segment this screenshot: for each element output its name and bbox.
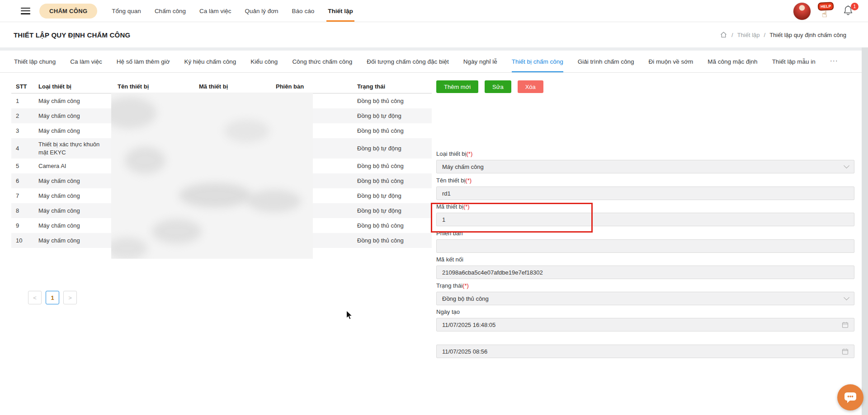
table-column-header: Phiên bản	[271, 80, 353, 93]
main-content-card: Thiết lập chungCa làm việcHệ số làm thêm…	[0, 51, 862, 415]
hamburger-menu-icon[interactable]	[21, 8, 30, 14]
add-button[interactable]: Thêm mới	[436, 80, 478, 93]
form-field-mã-thiết-bị: Mã thiết bị(*) 1	[436, 203, 854, 226]
calendar-icon[interactable]	[842, 322, 849, 328]
hand-pointer-icon: ☝	[822, 9, 827, 19]
form-actions: Thêm mới Sửa Xóa	[436, 80, 543, 93]
pagination-prev-button[interactable]: <	[28, 291, 42, 304]
nav-item-thiết-lập[interactable]: Thiết lập	[321, 0, 360, 22]
device-table: STTLoại thiết bịTên thiết bịMã thiết bịP…	[11, 80, 432, 248]
page-header: THIẾT LẬP QUY ĐỊNH CHẤM CÔNG / Thiết lập…	[0, 22, 868, 47]
navbar-right-cluster: HELP ☝ 1	[793, 0, 855, 22]
form-field-trạng-thái: Trạng thái(*) Đồng bộ thủ công	[436, 282, 854, 305]
settings-tabbar: Thiết lập chungCa làm việcHệ số làm thêm…	[0, 51, 862, 73]
edit-button[interactable]: Sửa	[485, 80, 511, 93]
form-input[interactable]: 11/07/2025 16:48:05	[436, 318, 854, 331]
app-page: CHẤM CÔNG Tổng quanChấm côngCa làm việcQ…	[0, 0, 868, 415]
form-input[interactable]: Đồng bộ thủ công	[436, 292, 854, 305]
app-module-badge[interactable]: CHẤM CÔNG	[39, 4, 97, 19]
form-input[interactable]: rd1	[436, 187, 854, 200]
form-field-mã-kết-nối: Mã kết nối 21098a6cba5c4e07afdbe19e7ef18…	[436, 256, 854, 279]
tab-thiết-lập-chung[interactable]: Thiết lập chung	[14, 51, 56, 72]
main-nav: Tổng quanChấm côngCa làm việcQuản lý đơn…	[105, 0, 359, 22]
chat-bubble-icon	[843, 391, 858, 404]
tab-đi-muộn-về-sớm[interactable]: Đi muộn về sớm	[648, 51, 693, 72]
page-title: THIẾT LẬP QUY ĐỊNH CHẤM CÔNG	[14, 31, 130, 39]
page-scrollbar[interactable]	[862, 22, 868, 415]
table-column-header: Tên thiết bị	[113, 80, 194, 93]
form-field-loại-thiết-bị: Loại thiết bị(*) Máy chấm công	[436, 150, 854, 173]
tab-ký-hiệu-chấm-công[interactable]: Ký hiệu chấm công	[184, 51, 236, 72]
table-column-header: STT	[11, 80, 34, 93]
tabs-overflow-button[interactable]: ···	[830, 56, 838, 67]
tab-đối-tượng-chấm-công-đặc-biệt[interactable]: Đối tượng chấm công đặc biệt	[367, 51, 449, 72]
user-avatar[interactable]	[793, 2, 811, 20]
form-field-date-2: 11/07/2025 08:56	[436, 335, 854, 358]
tab-công-thức-chấm-công[interactable]: Công thức chấm công	[292, 51, 352, 72]
breadcrumb-parent[interactable]: Thiết lập	[737, 32, 760, 38]
pagination-next-button[interactable]: >	[63, 291, 77, 304]
table-header-row: STTLoại thiết bịTên thiết bịMã thiết bịP…	[11, 80, 432, 93]
nav-item-báo-cáo[interactable]: Báo cáo	[285, 0, 321, 22]
table-column-header: Trạng thái	[353, 80, 432, 93]
table-column-header: Loại thiết bị	[34, 80, 113, 93]
breadcrumb: / Thiết lập / Thiết lập quy định chấm cô…	[720, 31, 846, 38]
table-column-header: Mã thiết bị	[194, 80, 271, 93]
home-icon[interactable]	[720, 31, 727, 38]
nav-item-quản-lý-đơn[interactable]: Quản lý đơn	[238, 0, 285, 22]
form-input[interactable]	[436, 239, 854, 253]
form-field-phiên-bản: Phiên bản	[436, 230, 854, 253]
nav-item-tổng-quan[interactable]: Tổng quan	[105, 0, 148, 22]
tab-giải-trình-chấm-công[interactable]: Giải trình chấm công	[578, 51, 634, 72]
chevron-down-icon	[844, 294, 849, 300]
nav-item-chấm-công[interactable]: Chấm công	[148, 0, 193, 22]
pagination: < 1 >	[28, 291, 77, 304]
tab-thiết-lập-mẫu-in[interactable]: Thiết lập mẫu in	[772, 51, 816, 72]
form-field-tên-thiết-bị: Tên thiết bị(*) rd1	[436, 177, 854, 200]
tab-mã-công-mặc-định[interactable]: Mã công mặc định	[708, 51, 757, 72]
delete-button[interactable]: Xóa	[518, 80, 543, 93]
top-navbar: CHẤM CÔNG Tổng quanChấm côngCa làm việcQ…	[0, 0, 868, 22]
form-field-ngày-tạo: Ngày tạo 11/07/2025 16:48:05	[436, 308, 854, 331]
tab-ngày-nghỉ-lễ[interactable]: Ngày nghỉ lễ	[463, 51, 497, 72]
calendar-icon[interactable]	[842, 348, 849, 355]
notification-count-badge: 1	[851, 3, 859, 10]
pagination-page-1[interactable]: 1	[46, 291, 59, 304]
chevron-down-icon	[844, 163, 849, 168]
form-input[interactable]: 1	[436, 213, 854, 226]
breadcrumb-current: Thiết lập quy định chấm công	[769, 32, 846, 38]
help-icon[interactable]: HELP ☝	[817, 2, 836, 21]
form-input[interactable]: Máy chấm công	[436, 160, 854, 173]
chat-support-button[interactable]	[837, 384, 863, 410]
tab-hệ-số-làm-thêm-giờ[interactable]: Hệ số làm thêm giờ	[117, 51, 170, 72]
tab-kiểu-công[interactable]: Kiểu công	[250, 51, 278, 72]
breadcrumb-separator: /	[731, 32, 733, 38]
breadcrumb-separator: /	[764, 32, 766, 38]
tab-thiết-bị-chấm-công[interactable]: Thiết bị chấm công	[512, 51, 563, 72]
notification-bell-icon[interactable]: 1	[843, 5, 855, 18]
form-input[interactable]: 21098a6cba5c4e07afdbe19e7ef18302	[436, 266, 854, 279]
tab-ca-làm-việc[interactable]: Ca làm việc	[70, 51, 102, 72]
form-input[interactable]: 11/07/2025 08:56	[436, 345, 854, 358]
nav-item-ca-làm-việc[interactable]: Ca làm việc	[193, 0, 238, 22]
redacted-region	[111, 93, 313, 259]
